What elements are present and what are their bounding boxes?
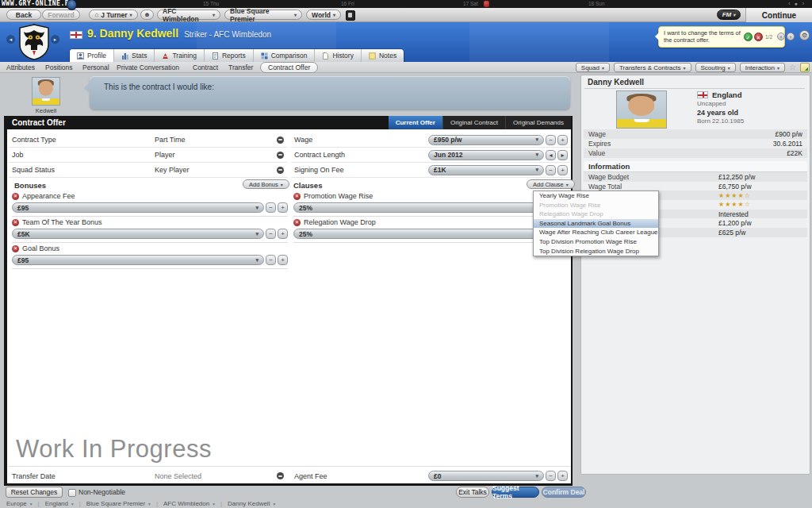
player-header: ◂ ▸ 9. Danny KedwellStriker - AFC Wimble… [0,22,812,62]
signing-on-fee-dropdown[interactable]: £1K▾ [428,165,544,175]
suggest-terms-button[interactable]: Suggest Terms [492,487,539,498]
decrease-button[interactable]: − [266,229,276,239]
subnav-positions[interactable]: Positions [45,64,73,71]
field-label: Squad Status [9,166,155,174]
calendar-pager[interactable]: ‹ ● › [788,1,806,6]
decrease-button[interactable]: − [266,255,276,265]
club-menu-button[interactable]: AFC Wimbledon ▾ [157,10,220,20]
team-of-year-bonus-dropdown[interactable]: £5K▾ [12,229,264,239]
divider [12,242,288,243]
squad-menu-button[interactable]: Squad▾ [576,63,610,72]
length-increase-button[interactable]: ▸ [557,150,568,160]
tab-training[interactable]: Training [155,49,204,62]
remove-clause-icon[interactable]: ✕ [293,193,301,200]
next-message-button[interactable]: › [787,33,795,40]
tab-history[interactable]: History [315,49,361,62]
subnav-transfer[interactable]: Transfer [228,64,253,71]
promotion-wage-rise-dropdown[interactable]: 25%▾ [293,202,547,213]
reject-icon[interactable]: ✕ [754,33,763,41]
breadcrumb-separator: | [79,500,81,507]
player-info-sidebar: Danny Kedwell England Uncapped 24 years … [580,75,810,475]
view-original-contract[interactable]: Original Contract [442,116,505,129]
manager-menu-button[interactable]: ⌂ J Turner ▾ [89,10,138,20]
lock-icon[interactable] [277,472,284,479]
clause-item-label: ✕ Relegation Wage Drop [293,218,376,226]
length-decrease-button[interactable]: ◂ [546,150,556,160]
wage-dropdown[interactable]: £950 p/w▾ [428,135,544,145]
appearance-fee-dropdown[interactable]: £95▾ [12,202,264,213]
subnav-personal[interactable]: Personal [82,64,109,71]
favourite-star-icon[interactable]: ☆ [789,63,796,72]
menu-item-top-division-promotion-wage-rise[interactable]: Top Division Promotion Wage Rise [534,237,658,247]
prev-player-button[interactable]: ◂ [6,35,15,44]
fee-decrease-button[interactable]: − [546,165,556,175]
view-current-offer[interactable]: Current Offer [389,116,442,129]
wage-increase-button[interactable]: + [557,135,568,145]
goal-bonus-dropdown[interactable]: £95▾ [12,255,264,265]
lock-icon[interactable] [277,167,284,174]
remove-clause-icon[interactable]: ✕ [293,219,301,226]
breadcrumb-england[interactable]: England [45,500,68,507]
forward-button[interactable]: Forward [42,10,80,20]
menu-item-seasonal-landmark-goal-bonus[interactable]: Seasonal Landmark Goal Bonus [534,219,658,229]
add-bonus-button[interactable]: Add Bonus▾ [243,179,289,189]
agent-fee-decrease-button[interactable]: − [546,471,556,481]
breadcrumb-europe[interactable]: Europe [6,500,27,507]
lock-icon[interactable] [277,152,284,159]
accept-icon[interactable]: ✓ [744,33,753,41]
settings-wrench-icon[interactable]: ⚙ [799,30,810,40]
tab-notes[interactable]: Notes [362,49,404,62]
agent-fee-increase-button[interactable]: + [557,471,568,481]
edit-note-icon[interactable] [800,63,810,72]
subnav-attributes[interactable]: Attributes [6,64,35,71]
relegation-wage-drop-dropdown[interactable]: 25%▾ [293,229,547,239]
increase-button[interactable]: + [278,255,288,265]
remove-bonus-icon[interactable]: ✕ [12,219,19,226]
signing-on-fee-row: Signing On Fee £1K▾ − + [291,163,570,178]
tab-reports[interactable]: Reports [205,49,254,62]
manager-face-button[interactable]: ☻ [140,10,154,20]
back-button[interactable]: Back [6,10,41,20]
fee-increase-button[interactable]: + [557,165,568,175]
field-label: Agent Fee [291,472,428,480]
menu-item-top-division-relegation-wage-drop[interactable]: Top Division Relegation Wage Drop [534,247,658,256]
menu-item-wage-after-reaching-club-career-league-games[interactable]: Wage After Reaching Club Career League G… [534,228,658,237]
increase-button[interactable]: + [278,202,288,213]
scouting-menu-button[interactable]: Scouting▾ [695,63,736,72]
exit-talks-button[interactable]: Exit Talks [456,487,489,498]
remove-bonus-icon[interactable]: ✕ [12,245,19,252]
breadcrumb-competition[interactable]: Blue Square Premier [86,500,145,507]
squad-status-row: Squad Status Key Player [9,163,288,178]
competition-menu-button[interactable]: Blue Square Premier ▾ [224,10,302,20]
contract-length-dropdown[interactable]: Jun 2012▾ [428,150,544,160]
title-bar: WWW.GRY-ONLINE.PL 15 Thu 16 Fri 17 Sat 1… [0,0,812,8]
notebook-icon[interactable] [346,10,355,21]
tab-profile[interactable]: Profile [70,49,114,62]
transfers-contracts-menu-button[interactable]: Transfers & Contracts▾ [614,63,691,72]
remove-bonus-icon[interactable]: ✕ [12,193,19,200]
non-negotiable-checkbox[interactable] [68,489,76,497]
view-original-demands[interactable]: Original Demands [505,116,571,129]
reset-changes-button[interactable]: Reset Changes [6,487,63,498]
menu-item-yearly-wage-rise[interactable]: Yearly Wage Rise [534,191,658,201]
breadcrumb-club[interactable]: AFC Wimbledon [163,500,209,507]
prev-message-button[interactable]: ‹ [777,33,785,40]
subnav-private-conversation[interactable]: Private Conversation [117,64,179,71]
tab-comparison[interactable]: Comparison [254,49,316,62]
lock-icon[interactable] [277,137,284,144]
fm-menu-button[interactable]: FM▾ [717,10,741,20]
continue-button[interactable]: Continue [745,8,812,22]
wage-decrease-button[interactable]: − [546,135,556,145]
increase-button[interactable]: + [278,229,288,239]
interaction-menu-button[interactable]: Interaction▾ [740,63,785,72]
subnav-contract[interactable]: Contract [193,64,218,71]
subnav-contract-offer-active[interactable]: Contract Offer [260,62,318,73]
decrease-button[interactable]: − [266,202,276,213]
world-menu-button[interactable]: World ▾ [306,10,341,20]
tab-stats[interactable]: Stats [114,49,155,62]
notes-icon [369,52,376,60]
next-player-button[interactable]: ▸ [51,35,59,44]
breadcrumb-player[interactable]: Danny Kedwell [228,500,270,507]
agent-fee-dropdown[interactable]: £0▾ [428,471,544,481]
add-clause-button[interactable]: Add Clause▾ [527,179,575,189]
